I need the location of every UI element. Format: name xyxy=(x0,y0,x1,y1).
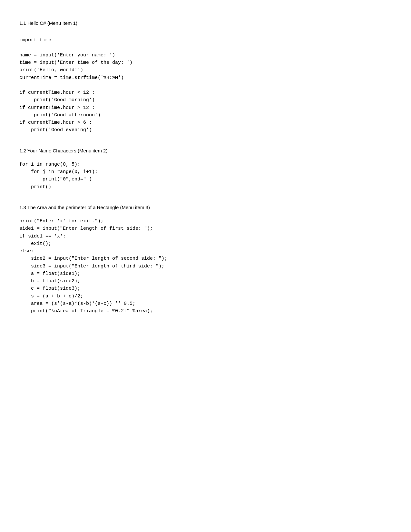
section-3: 1.3 The Area and the perimeter of a Rect… xyxy=(19,204,392,315)
section-3-code: print("Enter 'x' for exit."); side1 = in… xyxy=(19,218,392,315)
section-1-code: import time name = input('Enter your nam… xyxy=(19,36,392,134)
section-1: 1.1 Hello C# (Menu Item 1) import time n… xyxy=(19,19,392,134)
section-2: 1.2 Your Name Characters (Menu item 2) f… xyxy=(19,147,392,191)
section-2-heading: 1.2 Your Name Characters (Menu item 2) xyxy=(19,147,392,154)
section-1-heading: 1.1 Hello C# (Menu Item 1) xyxy=(19,19,392,27)
page-content: 1.1 Hello C# (Menu Item 1) import time n… xyxy=(19,19,392,315)
section-2-code: for i in range(0, 5): for j in range(0, … xyxy=(19,161,392,191)
section-3-heading: 1.3 The Area and the perimeter of a Rect… xyxy=(19,204,392,211)
